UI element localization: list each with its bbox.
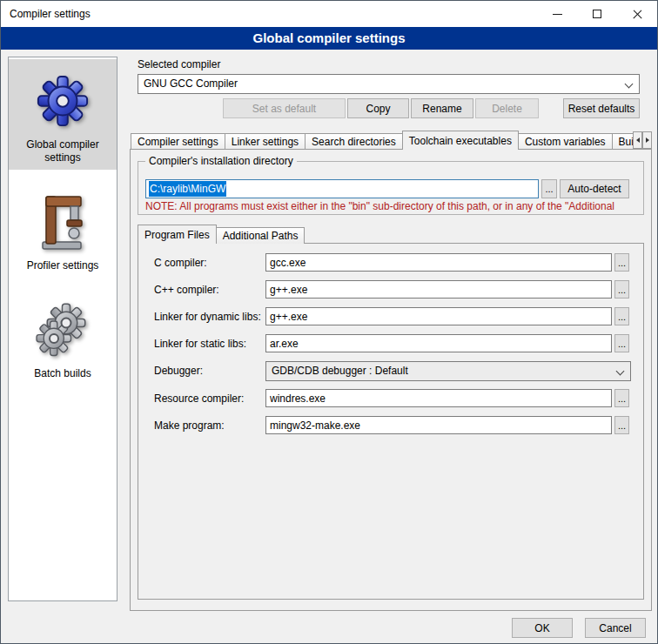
linker-dynamic-input[interactable]: [265, 307, 612, 325]
note-text: NOTE: All programs must exist either in …: [145, 200, 643, 212]
sidebar-item-batch-builds[interactable]: Batch builds: [9, 288, 117, 386]
close-icon: [632, 9, 643, 20]
sidebar-item-global-compiler-settings[interactable]: Global compiler settings: [9, 59, 117, 170]
settings-tabstrip: Compiler settings Linker settings Search…: [131, 131, 633, 150]
selected-compiler-value: GNU GCC Compiler: [144, 77, 238, 90]
ok-button[interactable]: OK: [512, 618, 573, 638]
linker-static-browse-button[interactable]: ...: [614, 334, 629, 352]
page-title: Global compiler settings: [1, 27, 657, 50]
sidebar-item-label: Batch builds: [10, 367, 115, 380]
c-compiler-input[interactable]: [265, 253, 612, 272]
gear-stack-icon: [10, 295, 115, 365]
chevron-down-icon: [616, 367, 625, 376]
tab-toolchain-executables[interactable]: Toolchain executables: [402, 131, 519, 150]
rename-button[interactable]: Rename: [411, 98, 473, 118]
make-program-label: Make program:: [154, 419, 225, 432]
install-dir-selected-text: C:\raylib\MinGW: [149, 181, 226, 197]
cpp-compiler-input[interactable]: [265, 280, 612, 299]
tab-custom-variables[interactable]: Custom variables: [518, 133, 613, 150]
triangle-left-icon: [636, 138, 640, 143]
set-as-default-button[interactable]: Set as default: [223, 98, 346, 118]
maximize-button[interactable]: [577, 1, 617, 27]
copy-button[interactable]: Copy: [347, 98, 409, 118]
titlebar[interactable]: Compiler settings: [1, 1, 657, 27]
tab-scroll-left-button[interactable]: [633, 131, 642, 149]
maximize-icon: [593, 10, 601, 18]
cpp-compiler-browse-button[interactable]: ...: [614, 280, 629, 299]
linker-dynamic-label: Linker for dynamic libs:: [154, 311, 261, 323]
tab-additional-paths[interactable]: Additional Paths: [216, 227, 306, 244]
make-program-input[interactable]: [265, 416, 612, 434]
tab-build-options[interactable]: Build options: [612, 133, 633, 150]
c-compiler-browse-button[interactable]: ...: [614, 253, 629, 272]
sidebar-item-label: Global compiler settings: [10, 138, 115, 164]
auto-detect-button[interactable]: Auto-detect: [560, 179, 629, 198]
resource-compiler-label: Resource compiler:: [154, 392, 244, 405]
selected-compiler-select[interactable]: GNU GCC Compiler: [138, 74, 640, 94]
close-button[interactable]: [617, 1, 657, 27]
reset-defaults-button[interactable]: Reset defaults: [563, 98, 640, 118]
program-files-panel: C compiler: ... C++ compiler: ... Linker…: [138, 243, 644, 600]
compiler-settings-dialog: Compiler settings Global compiler settin…: [0, 0, 658, 644]
make-program-browse-button[interactable]: ...: [614, 416, 629, 434]
profiler-tool-icon: [10, 187, 115, 257]
c-compiler-label: C compiler:: [154, 257, 207, 269]
tab-linker-settings[interactable]: Linker settings: [225, 133, 306, 150]
resource-compiler-browse-button[interactable]: ...: [614, 389, 629, 407]
debugger-label: Debugger:: [154, 365, 203, 377]
triangle-right-icon: [646, 138, 649, 143]
linker-static-label: Linker for static libs:: [154, 338, 246, 350]
sidebar-item-label: Profiler settings: [10, 259, 115, 272]
sidebar-item-profiler-settings[interactable]: Profiler settings: [9, 180, 117, 278]
minimize-button[interactable]: [537, 1, 577, 27]
install-dir-input[interactable]: C:\raylib\MinGW: [145, 179, 539, 198]
debugger-select[interactable]: GDB/CDB debugger : Default: [265, 361, 631, 381]
install-dir-browse-button[interactable]: ...: [541, 179, 557, 198]
tab-search-directories[interactable]: Search directories: [305, 133, 403, 150]
programs-tabstrip: Program Files Additional Paths: [138, 225, 644, 244]
linker-static-input[interactable]: [265, 334, 612, 352]
resource-compiler-input[interactable]: [265, 389, 612, 407]
delete-button[interactable]: Delete: [475, 98, 539, 118]
tab-program-files[interactable]: Program Files: [138, 225, 217, 244]
cpp-compiler-label: C++ compiler:: [154, 284, 219, 296]
tab-scroll-right-button[interactable]: [642, 131, 652, 149]
blue-gear-icon: [10, 66, 115, 136]
settings-category-list: Global compiler settings Profiler settin…: [8, 57, 118, 601]
minimize-icon: [553, 14, 562, 15]
selected-compiler-label: Selected compiler: [138, 58, 220, 70]
debugger-value: GDB/CDB debugger : Default: [272, 365, 408, 377]
tab-compiler-settings[interactable]: Compiler settings: [131, 133, 225, 150]
chevron-down-icon: [625, 80, 634, 89]
installation-directory-group-title: Compiler's installation directory: [145, 155, 297, 167]
linker-dynamic-browse-button[interactable]: ...: [614, 307, 629, 325]
window-title: Compiler settings: [10, 1, 91, 27]
cancel-button[interactable]: Cancel: [585, 618, 646, 638]
